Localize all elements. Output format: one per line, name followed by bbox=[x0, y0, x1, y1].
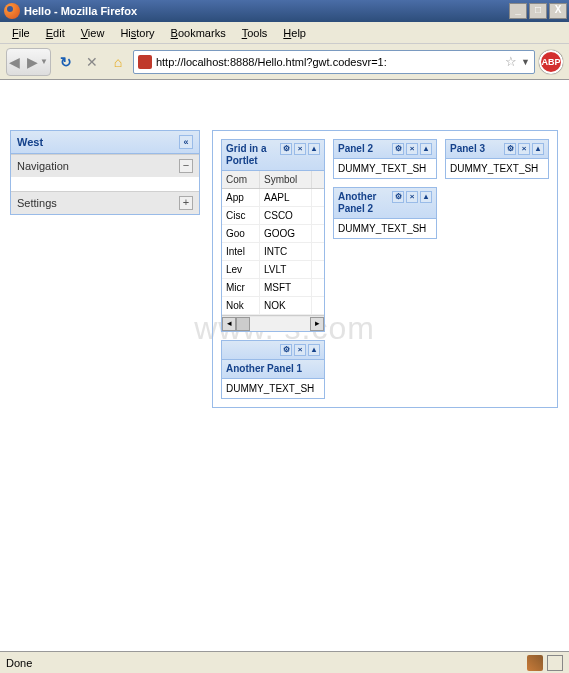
grid-header-company[interactable]: Com bbox=[222, 171, 260, 188]
page-content: www. s.com West « Navigation − Settings … bbox=[0, 80, 569, 649]
portlet-panel-2-header[interactable]: Panel 2 ⚙ × ▴ bbox=[334, 140, 436, 159]
portlet-panel-2: Panel 2 ⚙ × ▴ DUMMY_TEXT_SH bbox=[333, 139, 437, 179]
menu-history[interactable]: History bbox=[114, 25, 160, 41]
collapse-icon[interactable]: ▴ bbox=[308, 143, 320, 155]
west-panel-title: West bbox=[17, 136, 43, 148]
scroll-thumb[interactable] bbox=[236, 317, 250, 331]
grid-rows: AppAAPL CiscCSCO GooGOOG IntelINTC LevLV… bbox=[222, 189, 324, 315]
resize-grip-icon bbox=[547, 655, 563, 671]
portlet-grid-header[interactable]: Grid in a Portlet ⚙ × ▴ bbox=[222, 140, 324, 171]
close-icon[interactable]: × bbox=[518, 143, 530, 155]
back-forward-group: ◀ ▶ ▼ bbox=[6, 48, 51, 76]
back-button[interactable]: ◀ bbox=[9, 54, 20, 70]
portlet-panel-3-title: Panel 3 bbox=[450, 143, 501, 155]
table-row[interactable]: CiscCSCO bbox=[222, 207, 324, 225]
reload-button[interactable]: ↻ bbox=[55, 51, 77, 73]
portlet-another-1-header[interactable]: ⚙ × ▴ bbox=[222, 341, 324, 360]
gear-icon[interactable]: ⚙ bbox=[392, 191, 404, 203]
portlet-grid-body: Com Symbol AppAAPL CiscCSCO GooGOOG Inte… bbox=[222, 171, 324, 331]
portlet-grid-title: Grid in a Portlet bbox=[226, 143, 277, 167]
menu-bookmarks[interactable]: Bookmarks bbox=[165, 25, 232, 41]
portlet-another-1-title-row: Another Panel 1 bbox=[222, 360, 324, 379]
portal-container: Grid in a Portlet ⚙ × ▴ Com Symbol AppAA… bbox=[212, 130, 558, 408]
home-button[interactable]: ⌂ bbox=[107, 51, 129, 73]
firefox-icon bbox=[4, 3, 20, 19]
close-icon[interactable]: × bbox=[406, 143, 418, 155]
close-button[interactable]: X bbox=[549, 3, 567, 19]
table-row[interactable]: LevLVLT bbox=[222, 261, 324, 279]
navigation-toolbar: ◀ ▶ ▼ ↻ ✕ ⌂ ☆ ▼ ABP bbox=[0, 44, 569, 80]
portlet-panel-2-title: Panel 2 bbox=[338, 143, 389, 155]
stop-button[interactable]: ✕ bbox=[81, 51, 103, 73]
maximize-button[interactable]: □ bbox=[529, 3, 547, 19]
close-icon[interactable]: × bbox=[294, 344, 306, 356]
url-input[interactable] bbox=[156, 56, 501, 68]
url-bar[interactable]: ☆ ▼ bbox=[133, 50, 535, 74]
grid-header-symbol[interactable]: Symbol bbox=[260, 171, 312, 188]
table-row[interactable]: AppAAPL bbox=[222, 189, 324, 207]
scroll-left-icon[interactable]: ◂ bbox=[222, 317, 236, 331]
portlet-another-2-title: Another Panel 2 bbox=[338, 191, 389, 215]
portlet-another-1: ⚙ × ▴ Another Panel 1 DUMMY_TEXT_SH bbox=[221, 340, 325, 399]
accordion-navigation: Navigation − bbox=[11, 154, 199, 191]
page-favicon bbox=[138, 55, 152, 69]
table-row[interactable]: NokNOK bbox=[222, 297, 324, 315]
collapse-icon[interactable]: ▴ bbox=[420, 191, 432, 203]
adblock-icon[interactable]: ABP bbox=[539, 50, 563, 74]
menu-edit[interactable]: Edit bbox=[40, 25, 71, 41]
collapse-icon[interactable]: ▴ bbox=[308, 344, 320, 356]
west-panel-header: West « bbox=[11, 131, 199, 154]
portlet-panel-3: Panel 3 ⚙ × ▴ DUMMY_TEXT_SH bbox=[445, 139, 549, 179]
close-icon[interactable]: × bbox=[294, 143, 306, 155]
portlet-panel-3-body: DUMMY_TEXT_SH bbox=[446, 159, 548, 178]
history-dropdown-icon[interactable]: ▼ bbox=[40, 57, 48, 66]
accordion-navigation-header[interactable]: Navigation − bbox=[11, 155, 199, 177]
accordion-navigation-body bbox=[11, 177, 199, 191]
close-icon[interactable]: × bbox=[406, 191, 418, 203]
accordion-settings-label: Settings bbox=[17, 197, 57, 209]
table-row[interactable]: MicrMSFT bbox=[222, 279, 324, 297]
collapse-navigation-icon[interactable]: − bbox=[179, 159, 193, 173]
portlet-another-2: Another Panel 2 ⚙ × ▴ DUMMY_TEXT_SH bbox=[333, 187, 437, 239]
portlet-panel-2-body: DUMMY_TEXT_SH bbox=[334, 159, 436, 178]
collapse-icon[interactable]: ▴ bbox=[532, 143, 544, 155]
gear-icon[interactable]: ⚙ bbox=[280, 143, 292, 155]
menu-tools[interactable]: Tools bbox=[236, 25, 274, 41]
grid-header-row: Com Symbol bbox=[222, 171, 324, 189]
firebug-icon[interactable] bbox=[527, 655, 543, 671]
portlet-another-1-body: DUMMY_TEXT_SH bbox=[222, 379, 324, 398]
menu-view[interactable]: View bbox=[75, 25, 111, 41]
grid-horizontal-scrollbar[interactable]: ◂ ▸ bbox=[222, 315, 324, 331]
collapse-west-icon[interactable]: « bbox=[179, 135, 193, 149]
gear-icon[interactable]: ⚙ bbox=[280, 344, 292, 356]
menubar: File Edit View History Bookmarks Tools H… bbox=[0, 22, 569, 44]
scroll-right-icon[interactable]: ▸ bbox=[310, 317, 324, 331]
statusbar: Done bbox=[0, 651, 569, 673]
forward-button[interactable]: ▶ bbox=[27, 54, 38, 70]
menu-file[interactable]: File bbox=[6, 25, 36, 41]
portlet-another-2-header[interactable]: Another Panel 2 ⚙ × ▴ bbox=[334, 188, 436, 219]
minimize-button[interactable]: _ bbox=[509, 3, 527, 19]
gear-icon[interactable]: ⚙ bbox=[504, 143, 516, 155]
url-dropdown-icon[interactable]: ▼ bbox=[521, 57, 530, 67]
window-titlebar: Hello - Mozilla Firefox _ □ X bbox=[0, 0, 569, 22]
portlet-another-1-title: Another Panel 1 bbox=[226, 363, 320, 375]
window-title: Hello - Mozilla Firefox bbox=[24, 5, 137, 17]
portal-column-2: Panel 2 ⚙ × ▴ DUMMY_TEXT_SH Another Pane… bbox=[333, 139, 437, 239]
gear-icon[interactable]: ⚙ bbox=[392, 143, 404, 155]
table-row[interactable]: IntelINTC bbox=[222, 243, 324, 261]
menu-help[interactable]: Help bbox=[277, 25, 312, 41]
expand-settings-icon[interactable]: + bbox=[179, 196, 193, 210]
portal-column-1: Grid in a Portlet ⚙ × ▴ Com Symbol AppAA… bbox=[221, 139, 325, 399]
scroll-track[interactable] bbox=[236, 317, 310, 331]
accordion-settings-header[interactable]: Settings + bbox=[11, 192, 199, 214]
collapse-icon[interactable]: ▴ bbox=[420, 143, 432, 155]
accordion-navigation-label: Navigation bbox=[17, 160, 69, 172]
portlet-another-2-body: DUMMY_TEXT_SH bbox=[334, 219, 436, 238]
portlet-panel-3-header[interactable]: Panel 3 ⚙ × ▴ bbox=[446, 140, 548, 159]
table-row[interactable]: GooGOOG bbox=[222, 225, 324, 243]
bookmark-star-icon[interactable]: ☆ bbox=[505, 54, 517, 69]
portal-column-3: Panel 3 ⚙ × ▴ DUMMY_TEXT_SH bbox=[445, 139, 549, 179]
portlet-grid: Grid in a Portlet ⚙ × ▴ Com Symbol AppAA… bbox=[221, 139, 325, 332]
status-text: Done bbox=[6, 657, 32, 669]
